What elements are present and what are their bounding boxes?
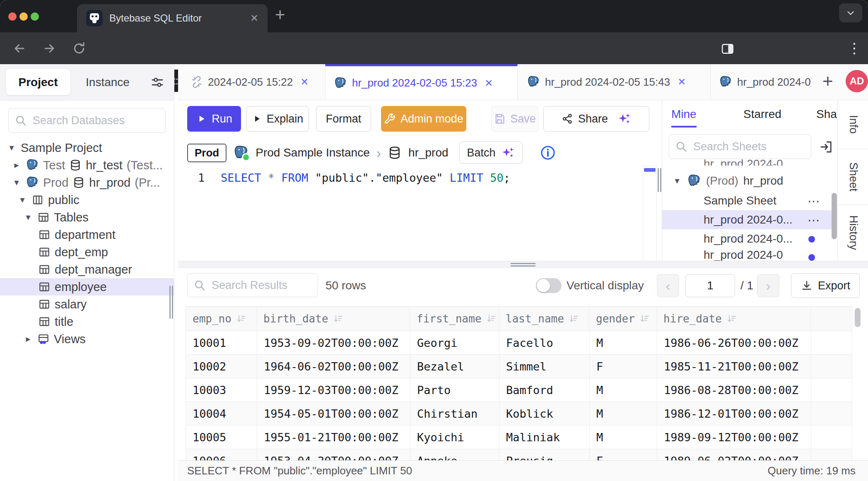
browser-tab-close-icon[interactable]: ✕ <box>250 12 258 24</box>
tab-mine[interactable]: Mine <box>671 108 697 127</box>
table-row[interactable]: 100041954-05-01T00:00:00ZChirstianKoblic… <box>186 402 852 426</box>
split-drag-handle[interactable] <box>511 263 535 264</box>
editor-scrollbar-thumb[interactable] <box>644 168 656 172</box>
user-avatar[interactable]: AD <box>846 70 868 92</box>
column-header[interactable]: first_name <box>410 306 499 331</box>
rail-tab-sheet[interactable]: Sheet <box>838 149 868 205</box>
column-header[interactable]: hire_date <box>657 306 811 331</box>
sheet-search[interactable] <box>669 134 811 159</box>
browser-tab[interactable]: Bytebase SQL Editor ✕ <box>77 4 268 32</box>
table-row[interactable]: 100031959-12-03T00:00:00ZPartoBamfordM19… <box>186 378 852 402</box>
sql-editor[interactable]: 1 SELECT * FROM "public"."employee" LIMI… <box>178 166 642 262</box>
tree-item-hr-test[interactable]: ▸ Test hr_test (Test... <box>0 156 174 174</box>
column-header[interactable]: birth_date <box>257 306 410 331</box>
sheet-item-selected[interactable]: hr_prod 2024-0... <box>662 210 832 229</box>
column-header[interactable]: last_name <box>499 306 589 331</box>
import-sheet-icon[interactable] <box>819 139 834 154</box>
vertical-display-toggle[interactable] <box>536 278 562 293</box>
explain-button[interactable]: Explain <box>246 106 309 132</box>
macos-close-button[interactable] <box>8 12 17 21</box>
new-tab-button[interactable]: + <box>275 5 285 25</box>
caret-down-icon[interactable]: ▾ <box>7 142 17 153</box>
close-icon[interactable]: ✕ <box>485 77 493 89</box>
reload-button[interactable] <box>72 41 86 55</box>
tab-project[interactable]: Project <box>6 69 70 95</box>
close-icon[interactable]: ✕ <box>300 76 309 88</box>
share-button[interactable]: Share <box>543 106 649 132</box>
caret-down-icon[interactable]: ▾ <box>672 176 682 186</box>
sheet-search-input[interactable] <box>692 140 805 154</box>
sheet-item-menu-icon[interactable]: ⋯ <box>808 213 821 227</box>
database-search[interactable] <box>8 108 166 133</box>
ai-sparkles-icon[interactable] <box>617 112 631 126</box>
results-split-bar[interactable] <box>178 261 868 268</box>
sort-icon[interactable] <box>726 313 737 324</box>
column-header[interactable]: emp_no <box>186 306 257 331</box>
results-table-body[interactable]: 100011953-09-02T00:00:00ZGeorgiFacelloM1… <box>186 331 852 460</box>
split-drag-handle[interactable] <box>511 265 535 267</box>
caret-right-icon[interactable]: ▸ <box>23 334 33 344</box>
batch-button[interactable]: Batch <box>459 142 523 164</box>
sheet-tab-1[interactable]: 2024-02-05 15:22 ✕ <box>182 64 323 100</box>
table-row[interactable]: 100011953-09-02T00:00:00ZGeorgiFacelloM1… <box>186 331 852 355</box>
sheet-item-sample-sheet[interactable]: Sample Sheet <box>662 191 832 210</box>
sidebar-resize-handle[interactable] <box>169 286 171 319</box>
new-sheet-tab-button[interactable]: + <box>822 71 833 91</box>
tree-item-table-salary[interactable]: salary <box>0 296 174 313</box>
macos-zoom-button[interactable] <box>31 12 39 21</box>
database-search-input[interactable] <box>32 114 159 127</box>
tab-starred[interactable]: Starred <box>743 108 781 121</box>
format-button[interactable]: Format <box>316 106 371 132</box>
tree-item-project[interactable]: ▾ Sample Project <box>0 139 174 156</box>
tree-item-tables[interactable]: ▾ Tables <box>0 209 174 226</box>
tree-item-views[interactable]: ▸ Views <box>0 330 174 348</box>
browser-menu-icon[interactable]: ⋮ <box>847 40 861 56</box>
close-icon[interactable]: ✕ <box>678 76 686 88</box>
sort-icon[interactable] <box>236 313 246 324</box>
sort-icon[interactable] <box>333 313 343 324</box>
sheet-item-unsaved[interactable]: hr_prod 2024-0 <box>662 248 832 262</box>
column-header[interactable]: gender <box>589 306 657 331</box>
save-button[interactable]: Save <box>491 106 538 132</box>
sort-icon[interactable] <box>568 313 579 324</box>
sheet-group-hr-prod[interactable]: ▾ (Prod) hr_prod <box>672 171 834 190</box>
rail-tab-history[interactable]: History <box>838 205 868 260</box>
sql-code-line[interactable]: SELECT * FROM "public"."employee" LIMIT … <box>221 171 510 184</box>
caret-right-icon[interactable]: ▸ <box>12 160 22 171</box>
export-button[interactable]: Export <box>791 273 860 298</box>
caret-down-icon[interactable]: ▾ <box>23 212 33 223</box>
database-name[interactable]: hr_prod <box>408 146 448 159</box>
next-page-button[interactable]: › <box>757 274 779 297</box>
tree-item-table-dept-emp[interactable]: dept_emp <box>0 243 174 261</box>
rail-tab-info[interactable]: Info <box>838 100 868 149</box>
tree-item-hr-prod[interactable]: ▾ Prod hr_prod (Pr... <box>0 174 174 191</box>
sheet-item-menu-icon[interactable]: ⋯ <box>808 194 821 208</box>
sort-icon[interactable] <box>486 313 496 324</box>
sheet-tab-2-active[interactable]: hr_prod 2024-02-05 15:23 ✕ <box>325 64 518 100</box>
sort-icon[interactable] <box>639 313 650 324</box>
tab-instance[interactable]: Instance <box>79 69 137 95</box>
tab-search-button[interactable] <box>839 3 862 22</box>
macos-minimize-button[interactable] <box>19 12 28 21</box>
sheet-tab-3[interactable]: hr_prod 2024-02-05 15:43 ✕ <box>518 64 709 100</box>
tree-item-table-dept-manager[interactable]: dept_manager <box>0 261 174 278</box>
info-icon[interactable] <box>540 145 556 161</box>
side-panel-icon[interactable] <box>721 42 735 56</box>
run-button[interactable]: Run <box>187 106 241 132</box>
caret-down-icon[interactable]: ▾ <box>12 177 22 188</box>
back-button[interactable] <box>12 41 27 55</box>
prev-page-button[interactable]: ‹ <box>657 274 679 297</box>
page-number-input[interactable] <box>685 274 735 297</box>
sheet-tab-4[interactable]: hr_prod 2024-0 <box>710 64 820 100</box>
tab-shared-with-me[interactable]: Shared w <box>816 108 837 121</box>
caret-down-icon[interactable]: ▾ <box>17 195 27 205</box>
admin-mode-button[interactable]: Admin mode <box>381 106 466 132</box>
results-search-input[interactable] <box>211 279 312 292</box>
table-scrollbar[interactable] <box>855 308 861 327</box>
tree-item-table-employee[interactable]: employee <box>0 278 174 296</box>
sheet-item-unsaved[interactable]: hr_prod 2024-0... <box>662 229 832 248</box>
sidebar-resize-handle[interactable] <box>172 286 173 319</box>
table-row[interactable]: 100061953-04-20T00:00:00ZAnnekePreusigF1… <box>186 449 852 460</box>
tree-item-schema-public[interactable]: ▾ public <box>0 191 174 209</box>
table-row[interactable]: 100021964-06-02T00:00:00ZBezalelSimmelF1… <box>186 355 852 378</box>
